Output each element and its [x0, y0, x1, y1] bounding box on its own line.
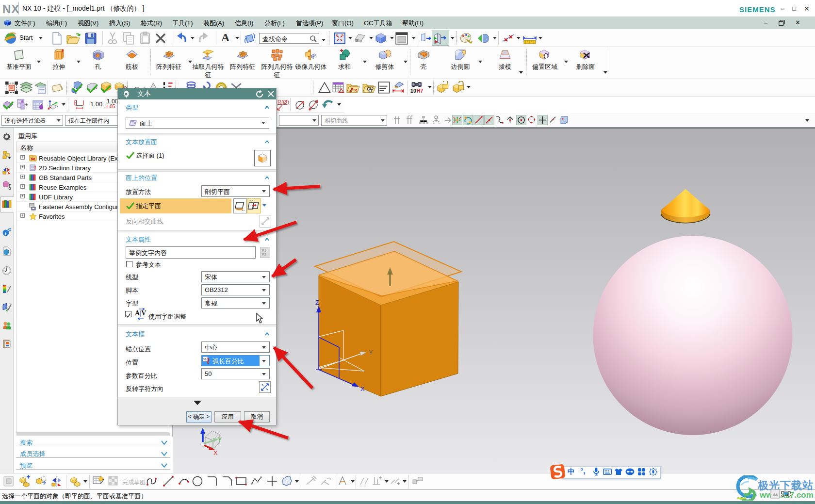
- svg-text:Y: Y: [218, 437, 222, 443]
- svg-text:i: i: [5, 231, 6, 236]
- svg-text:%: %: [203, 357, 207, 361]
- svg-text:X: X: [360, 385, 365, 392]
- svg-text:10: 10: [410, 88, 416, 94]
- svg-text:Y: Y: [369, 349, 373, 356]
- svg-text:Z: Z: [315, 299, 319, 306]
- svg-text:H7: H7: [417, 88, 424, 94]
- svg-text:X: X: [213, 449, 218, 456]
